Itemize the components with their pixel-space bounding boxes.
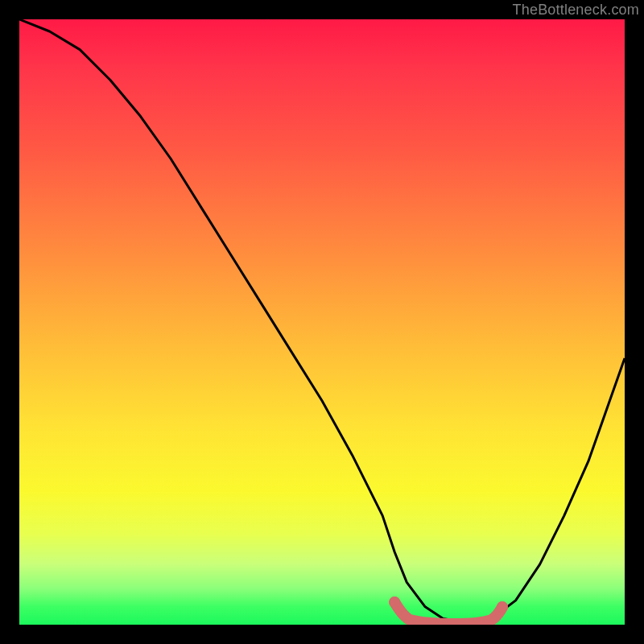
chart-svg	[19, 19, 625, 625]
attribution-label: TheBottleneck.com	[513, 2, 639, 19]
chart-container: TheBottleneck.com	[0, 0, 644, 644]
valley-end-dot	[497, 601, 508, 613]
curve-path	[19, 19, 625, 621]
valley-highlight	[394, 602, 502, 624]
valley-start-dot	[389, 597, 400, 608]
